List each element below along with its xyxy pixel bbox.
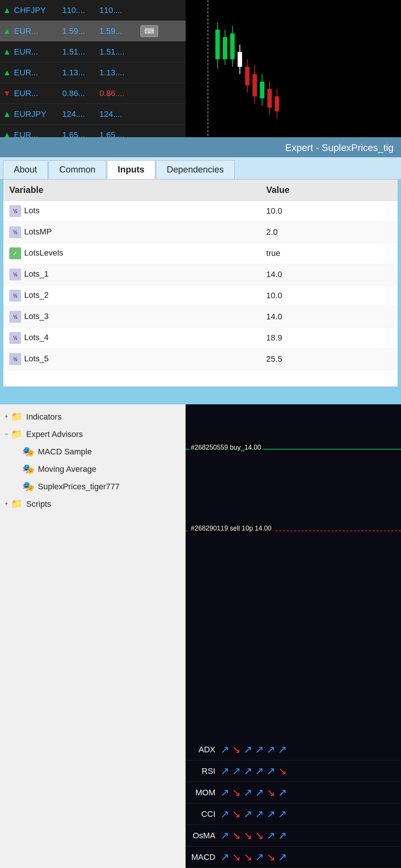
variable-cell: ½LotsMP [3,222,260,243]
table-row[interactable]: ✓LotsLevelstrue [3,243,398,264]
arrow-up-icon: ▲ [3,109,11,119]
table-row[interactable]: ½Lots_525.5 [3,349,398,370]
symbol-label: EUR... [14,68,62,78]
price-row-1[interactable]: ▲EUR...1.59...1.59...⌨ [0,21,186,42]
nav-item-expert-advisors[interactable]: −📁Expert Advisors [0,425,185,443]
navigator: +📁Indicators−📁Expert Advisors🎭MACD Sampl… [0,404,186,868]
value-cell: 18.9 [260,328,398,349]
arrow-up-blue-icon: ↗ [278,786,287,799]
svg-rect-22 [267,89,272,108]
nav-label: Indicators [26,412,62,422]
tab-common[interactable]: Common [49,160,106,179]
signals-panel: ADX↗↘↗↗↗↗RSI↗↗↗↗↗↘MOM↗↘↗↗↘↗CCI↗↘↗↗↗↗OsMA… [186,739,401,868]
nav-label: SuplexPrices_tiger777 [38,482,120,491]
nav-label: Scripts [26,499,51,509]
tab-inputs[interactable]: Inputs [107,160,155,179]
arrow-up-blue-icon: ↗ [278,743,287,756]
ask-price: 1.51.... [100,47,137,57]
arrow-up-blue-icon: ↗ [278,851,287,863]
table-row[interactable]: ½Lots_314.0 [3,306,398,328]
symbol-label: CHFJPY [14,6,62,15]
variable-cell: ½Lots_4 [3,328,260,349]
v2-icon: ½ [9,311,21,323]
table-row[interactable]: ½Lots10.0 [3,201,398,222]
arrow-down-red-icon: ↘ [267,786,275,799]
nav-item-macd-sample[interactable]: 🎭MACD Sample [0,443,185,460]
arrow-up-blue-icon: ↗ [255,808,264,820]
table-row[interactable]: ½Lots_210.0 [3,285,398,306]
signal-row-rsi: RSI↗↗↗↗↗↘ [186,760,401,782]
bid-price: 1.51... [62,47,100,57]
svg-rect-25 [275,96,279,111]
expand-icon[interactable]: + [4,500,9,508]
arrow-up-blue-icon: ↗ [244,765,252,777]
svg-rect-19 [260,82,264,98]
arrow-up-blue-icon: ↗ [255,743,264,756]
value-cell: true [260,243,398,264]
price-row-2[interactable]: ▲EUR...1.51...1.51.... [0,42,186,62]
advisor-icon: 🎭 [22,463,34,475]
arrow-down-red-icon: ↘ [232,851,241,863]
price-list: ▲CHFJPY110....110....▲EUR...1.59...1.59.… [0,0,186,152]
nav-item-scripts[interactable]: +📁Scripts [0,495,185,513]
variable-name: Lots_5 [24,354,49,363]
table-row[interactable]: ½LotsMP2.0 [3,222,398,243]
nav-item-moving-average[interactable]: 🎭Moving Average [0,460,185,478]
price-row-5[interactable]: ▲EURJPY124....124.... [0,104,186,125]
expert-content[interactable]: Variable Value ½Lots10.0½LotsMP2.0✓LotsL… [3,179,398,387]
variable-name: Lots_3 [24,312,49,321]
top-section: ▲CHFJPY110....110....▲EUR...1.59...1.59.… [0,0,401,152]
variable-name: Lots_1 [24,269,49,279]
arrow-up-blue-icon: ↗ [267,743,275,756]
advisor-icon: 🎭 [22,481,34,492]
expert-tabs: AboutCommonInputsDependencies [0,157,401,179]
arrow-down-red-icon: ↘ [232,786,241,799]
price-row-0[interactable]: ▲CHFJPY110....110.... [0,0,186,21]
price-row-4[interactable]: ▼EUR...0.86...0.86.... [0,83,186,104]
variable-name: Lots_2 [24,290,49,300]
expand-icon[interactable]: + [4,413,9,421]
tab-about[interactable]: About [3,160,48,179]
v2-icon: ½ [9,205,21,217]
arrow-down-red-icon: ↘ [267,851,275,863]
svg-rect-10 [238,52,242,67]
keyboard-button[interactable]: ⌨ [140,25,158,37]
ask-price: 124.... [100,109,137,119]
variable-cell: ✓LotsLevels [3,243,260,264]
bid-price: 1.59... [62,26,100,36]
expert-title: Expert - SuplexPrices_tig [285,142,394,153]
arrow-up-blue-icon: ↗ [244,786,252,799]
signal-row-adx: ADX↗↘↗↗↗↗ [186,739,401,760]
arrow-down-red-icon: ↘ [278,765,287,777]
collapse-icon[interactable]: − [4,430,9,438]
price-row-3[interactable]: ▲EUR...1.13...1.13.... [0,62,186,83]
arrow-up-blue-icon: ↗ [267,808,275,820]
v2-icon: ½ [9,332,21,344]
arrow-down-red-icon: ↘ [232,743,241,756]
table-row[interactable]: ½Lots_114.0 [3,264,398,285]
v2-icon: ½ [9,353,21,365]
bid-price: 0.86... [62,89,100,98]
arrow-up-blue-icon: ↗ [232,765,241,777]
nav-item-indicators[interactable]: +📁Indicators [0,408,185,425]
arrow-up-icon: ▲ [3,47,11,57]
arrow-up-blue-icon: ↗ [221,851,229,863]
chart-area-bottom: #268250559 buy_14.00 #268290119 sell 10p… [186,404,401,868]
arrow-up-blue-icon: ↗ [221,743,229,756]
arrow-up-blue-icon: ↗ [255,851,264,863]
advisor-icon: 🎭 [22,446,34,457]
nav-label: MACD Sample [38,447,92,457]
arrow-down-red-icon: ↘ [244,851,252,863]
variable-name: LotsLevels [24,248,63,257]
nav-item-suplexprices_tiger777[interactable]: 🎭SuplexPrices_tiger777 [0,478,185,495]
signal-label: MOM [186,788,219,798]
arrow-up-blue-icon: ↗ [278,808,287,820]
tab-dependencies[interactable]: Dependencies [156,160,234,179]
arrow-down-red-icon: ↘ [255,829,264,842]
table-row[interactable]: ½Lots_418.9 [3,328,398,349]
signal-row-osma: OsMA↗↘↘↘↗↗ [186,825,401,846]
trade-label-buy: #268250559 buy_14.00 [189,443,263,452]
expert-dialog: Expert - SuplexPrices_tig AboutCommonInp… [0,137,401,404]
inputs-table-header: Variable Value [3,180,398,201]
ask-price: 110.... [100,6,137,15]
